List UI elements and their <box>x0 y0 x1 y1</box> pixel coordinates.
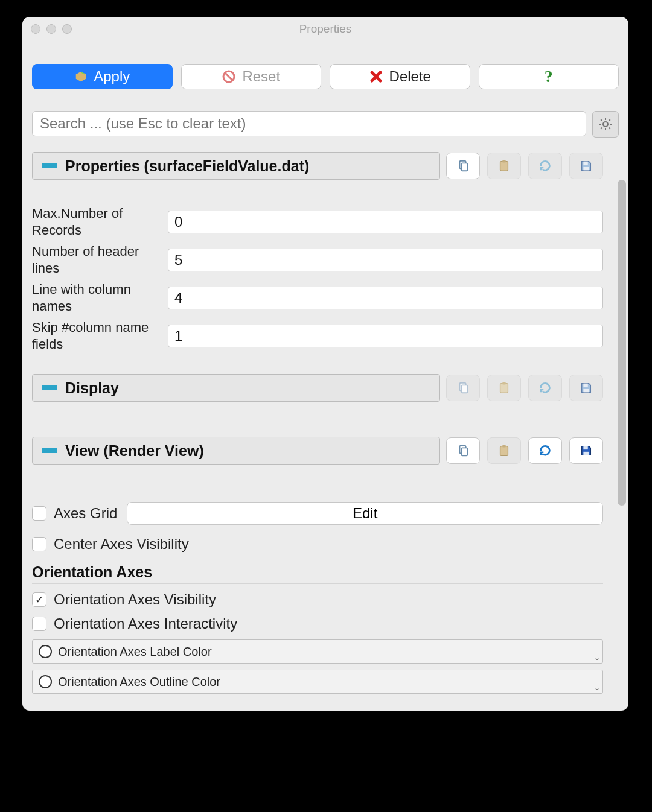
section-display-actions <box>446 375 603 401</box>
svg-point-2 <box>603 122 608 127</box>
apply-button[interactable]: Apply <box>32 64 173 89</box>
box-icon <box>74 70 88 83</box>
svg-rect-16 <box>583 167 589 171</box>
scroll-area: Properties (surfaceFieldValue.dat) Max.N… <box>32 152 619 694</box>
reset-label: Reset <box>242 68 280 85</box>
minimize-window-button[interactable] <box>46 24 56 34</box>
save-button[interactable] <box>569 375 603 401</box>
copy-icon <box>456 444 470 457</box>
svg-rect-18 <box>461 385 467 393</box>
svg-line-8 <box>609 128 610 129</box>
window-title: Properties <box>30 22 621 36</box>
collapse-icon <box>42 385 57 390</box>
svg-rect-28 <box>583 452 589 455</box>
copy-button[interactable] <box>446 437 480 464</box>
label-column-names-line: Line with column names <box>32 281 168 314</box>
section-properties-title: Properties (surfaceFieldValue.dat) <box>65 157 309 175</box>
settings-button[interactable] <box>592 111 619 138</box>
row-skip-column-fields: Skip #column name fields <box>32 319 603 352</box>
svg-rect-15 <box>583 162 587 165</box>
save-button[interactable] <box>569 153 603 179</box>
top-button-row: Apply Reset Delete ? <box>32 64 619 89</box>
delete-label: Delete <box>389 68 431 85</box>
combo-orientation-axes-label-color[interactable]: Orientation Axes Label Color ⌄ <box>32 639 603 664</box>
svg-line-9 <box>601 128 602 129</box>
svg-rect-20 <box>502 382 506 385</box>
copy-button[interactable] <box>446 375 480 401</box>
reload-button[interactable] <box>528 375 562 401</box>
row-max-records: Max.Number of Records <box>32 205 603 238</box>
paste-button[interactable] <box>487 375 521 401</box>
edit-label: Edit <box>353 505 377 522</box>
scrollbar-thumb[interactable] <box>618 180 626 506</box>
svg-rect-12 <box>461 163 467 171</box>
collapse-icon <box>42 163 57 168</box>
label-axes-grid: Axes Grid <box>54 505 117 522</box>
section-display-toggle[interactable]: Display <box>32 374 440 402</box>
input-skip-column-fields[interactable] <box>168 325 603 347</box>
save-icon <box>580 159 593 173</box>
no-entry-icon <box>222 69 236 84</box>
svg-rect-25 <box>500 446 508 456</box>
svg-rect-26 <box>502 445 506 448</box>
section-properties-header: Properties (surfaceFieldValue.dat) <box>32 152 603 180</box>
reload-button[interactable] <box>528 153 562 179</box>
label-orientation-axes-interactivity: Orientation Axes Interactivity <box>54 615 237 632</box>
paste-icon <box>497 159 511 173</box>
reload-button[interactable] <box>528 437 562 464</box>
svg-line-7 <box>601 119 602 121</box>
section-view-header: View (Render View) <box>32 437 603 465</box>
svg-rect-22 <box>583 389 589 393</box>
search-row <box>32 111 619 138</box>
zoom-window-button[interactable] <box>62 24 72 34</box>
svg-rect-14 <box>502 160 506 163</box>
section-view-toggle[interactable]: View (Render View) <box>32 437 440 465</box>
reload-icon <box>539 444 552 457</box>
delete-button[interactable]: Delete <box>330 64 470 89</box>
close-window-button[interactable] <box>31 24 40 34</box>
section-properties-toggle[interactable]: Properties (surfaceFieldValue.dat) <box>32 152 440 180</box>
checkbox-orientation-axes-visibility[interactable]: ✓ <box>32 592 46 607</box>
input-max-records[interactable] <box>168 211 603 233</box>
titlebar: Properties <box>22 17 628 41</box>
svg-line-10 <box>609 119 610 121</box>
gear-icon <box>598 117 613 132</box>
reload-icon <box>539 159 552 173</box>
content-area: Apply Reset Delete ? <box>22 41 628 711</box>
row-center-axes-visibility: Center Axes Visibility <box>32 536 603 553</box>
row-orientation-axes-interactivity: Orientation Axes Interactivity <box>32 615 603 632</box>
save-icon <box>580 381 593 395</box>
label-skip-column-fields: Skip #column name fields <box>32 319 168 352</box>
checkbox-orientation-axes-interactivity[interactable] <box>32 617 46 631</box>
section-display-title: Display <box>65 379 119 397</box>
edit-axes-grid-button[interactable]: Edit <box>127 502 603 525</box>
save-icon <box>580 444 593 457</box>
row-orientation-axes-visibility: ✓ Orientation Axes Visibility <box>32 591 603 608</box>
input-column-names-line[interactable] <box>168 287 603 309</box>
collapse-icon <box>42 448 57 453</box>
label-max-records: Max.Number of Records <box>32 205 168 238</box>
paste-button[interactable] <box>487 437 521 464</box>
checkbox-axes-grid[interactable] <box>32 506 46 521</box>
copy-icon <box>456 381 470 395</box>
reload-icon <box>539 381 552 395</box>
svg-rect-13 <box>500 162 508 171</box>
save-button[interactable] <box>569 437 603 464</box>
search-input[interactable] <box>32 111 586 136</box>
properties-window: Properties Apply Reset Delete <box>22 17 628 711</box>
section-display-header: Display <box>32 374 603 402</box>
row-header-lines: Number of header lines <box>32 243 603 276</box>
svg-rect-27 <box>583 446 587 450</box>
checkbox-center-axes-visibility[interactable] <box>32 537 46 551</box>
heading-orientation-axes: Orientation Axes <box>32 563 603 584</box>
combo-orientation-axes-outline-color[interactable]: Orientation Axes Outline Color ⌄ <box>32 670 603 694</box>
input-header-lines[interactable] <box>168 249 603 271</box>
reset-button[interactable]: Reset <box>181 64 322 89</box>
help-button[interactable]: ? <box>479 64 619 89</box>
copy-button[interactable] <box>446 153 480 179</box>
paste-button[interactable] <box>487 153 521 179</box>
window-controls <box>31 24 72 34</box>
help-icon: ? <box>545 67 553 86</box>
combo-label: Orientation Axes Label Color <box>58 645 212 659</box>
svg-rect-21 <box>583 384 587 387</box>
